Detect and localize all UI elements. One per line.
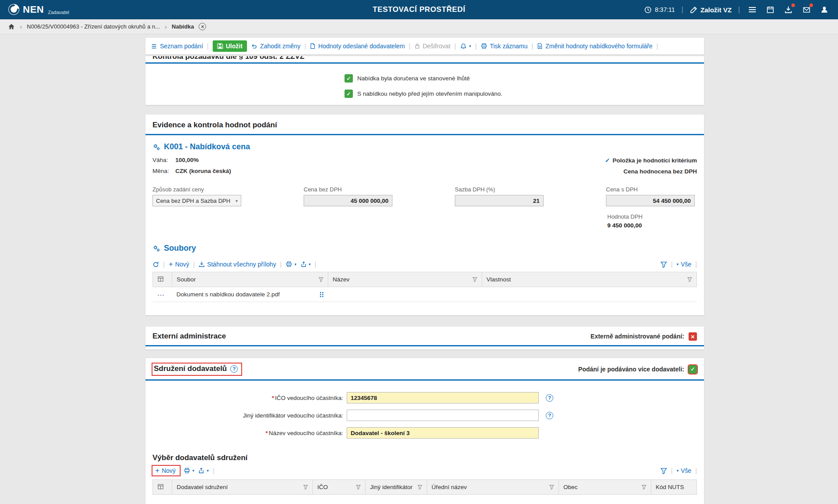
filter-funnel-icon[interactable] bbox=[549, 485, 554, 490]
profile-button[interactable] bbox=[819, 4, 830, 15]
filter-funnel-icon[interactable] bbox=[642, 485, 646, 490]
help-icon[interactable]: ? bbox=[230, 365, 238, 373]
chevron-down-icon: ▾ bbox=[236, 198, 238, 203]
column-header-kod-nuts[interactable]: Kód NUTS bbox=[651, 480, 697, 495]
new-file-button[interactable]: + Nový bbox=[169, 261, 189, 268]
printer-icon bbox=[286, 261, 292, 267]
section-sdruzeni: Sdružení dodavatelů ? Podání je podáváno… bbox=[145, 358, 704, 504]
action-toolbar: Seznam podání | Uložit Zahodit změny | H… bbox=[145, 38, 704, 54]
edit-icon bbox=[690, 6, 697, 14]
download-tray-icon bbox=[784, 6, 792, 14]
export-grid-button[interactable]: ▾ bbox=[198, 468, 209, 474]
chevron-down-icon: ▾ bbox=[207, 468, 209, 473]
filter-funnel-icon[interactable] bbox=[319, 277, 323, 282]
plus-icon: + bbox=[169, 262, 173, 267]
section-title: Externí administrace bbox=[152, 332, 226, 341]
document-icon bbox=[310, 43, 316, 49]
home-icon[interactable] bbox=[8, 23, 15, 30]
print-record-button[interactable]: Tisk záznamu bbox=[481, 43, 528, 50]
ico-input[interactable] bbox=[347, 392, 539, 403]
kriterium-flag: ✓Položka je hodnotící kritérium bbox=[605, 157, 697, 164]
nazev-input[interactable] bbox=[347, 427, 539, 439]
refresh-button[interactable] bbox=[152, 261, 159, 268]
mena-row: Měna: CZK (koruna česká) bbox=[152, 168, 231, 174]
column-header-jiny-identifikator[interactable]: Jiný identifikátor bbox=[366, 480, 427, 495]
column-header-obec[interactable]: Obec bbox=[559, 480, 651, 495]
cena-bez-input[interactable] bbox=[304, 195, 392, 206]
grid-columns-icon bbox=[157, 276, 164, 282]
bell-icon bbox=[460, 43, 467, 50]
filter-funnel-icon[interactable] bbox=[303, 485, 308, 490]
create-vz-button[interactable]: Založit VZ bbox=[690, 6, 732, 14]
save-button[interactable]: Uložit bbox=[213, 40, 247, 52]
column-header-ico[interactable]: IČO bbox=[313, 480, 366, 495]
gears-icon bbox=[152, 245, 160, 252]
change-form-values-button[interactable]: Změnit hodnoty nabídkového formuláře bbox=[537, 43, 653, 50]
download-all-button[interactable]: Stáhnout všechny přílohy bbox=[199, 261, 276, 268]
download-icon bbox=[199, 261, 205, 267]
gears-icon bbox=[152, 143, 160, 151]
section-evidence: Evidence a kontrola hodnot podání K001 -… bbox=[145, 115, 704, 315]
supplier-values-button[interactable]: Hodnoty odeslané dodavatelem bbox=[310, 43, 405, 50]
vyber-title: Výběr dodavatelů sdružení bbox=[152, 454, 697, 462]
column-header-soubor[interactable]: Soubor bbox=[172, 272, 328, 287]
help-icon[interactable]: ? bbox=[546, 394, 553, 402]
sdruzeni-title-highlight: Sdružení dodavatelů ? bbox=[152, 364, 241, 375]
new-supplier-button[interactable]: + Nový bbox=[152, 466, 180, 475]
cena-s-input[interactable] bbox=[606, 195, 695, 206]
filter-funnel-icon[interactable] bbox=[356, 485, 361, 490]
export-grid-button[interactable]: ▾ bbox=[301, 261, 311, 267]
column-settings-header[interactable] bbox=[153, 272, 172, 287]
column-header-vlastnost[interactable]: Vlastnost bbox=[482, 272, 697, 287]
notifications-button[interactable]: ▾ bbox=[460, 43, 472, 50]
hodnota-dph-value: 9 450 000,00 bbox=[607, 222, 697, 229]
drag-handle-icon[interactable] bbox=[319, 292, 324, 298]
clock-icon bbox=[644, 6, 652, 14]
file-name: Dokument s nabídkou dodavatele 2.pdf bbox=[177, 291, 280, 298]
print-grid-button[interactable]: ▾ bbox=[286, 261, 297, 267]
filter-funnel-icon[interactable] bbox=[687, 277, 692, 282]
column-settings-header[interactable] bbox=[153, 480, 172, 495]
nen-logo[interactable]: NEN Zadavatel bbox=[8, 4, 69, 16]
filter-button[interactable] bbox=[660, 261, 667, 268]
section-title-clipped: Kontrola požadavků dle § 109 odst. 2 ZZV… bbox=[152, 56, 697, 62]
collapse-all-button[interactable]: ▾ Vše bbox=[677, 261, 692, 268]
breadcrumb-item-case[interactable]: N006/25/V00004963 - Zřízení datových okr… bbox=[27, 23, 160, 30]
messages-button[interactable] bbox=[801, 4, 812, 15]
downloads-button[interactable] bbox=[783, 4, 794, 15]
zpusob-select[interactable]: Cena bez DPH a Sazba DPH ▾ bbox=[152, 195, 241, 206]
help-icon[interactable]: ? bbox=[546, 412, 553, 419]
breadcrumb-item-current: Nabídka bbox=[172, 23, 194, 30]
vlastnost-cell bbox=[482, 287, 697, 302]
externi-flag-row: Externě administrované podání: × bbox=[591, 332, 697, 341]
collapse-all-button[interactable]: ▾ Vše bbox=[677, 467, 692, 474]
checkbox-unchecked-icon[interactable]: × bbox=[689, 332, 697, 341]
row-menu-icon[interactable] bbox=[157, 294, 164, 296]
section-title: Evidence a kontrola hodnot podání bbox=[145, 115, 704, 134]
column-header-uredni-nazev[interactable]: Úřední název bbox=[427, 480, 559, 495]
chevron-down-icon: ▾ bbox=[677, 468, 679, 473]
hodnota-dph-label: Hodnota DPH bbox=[607, 213, 697, 220]
close-tab-icon[interactable]: × bbox=[199, 23, 206, 30]
logo-text: NEN bbox=[23, 4, 44, 16]
table-row: Dokument s nabídkou dodavatele 2.pdf bbox=[153, 287, 697, 302]
column-header-dodavatel[interactable]: Dodavatel sdružení bbox=[172, 480, 313, 495]
topbar-separator: | bbox=[682, 6, 683, 14]
print-grid-button[interactable]: ▾ bbox=[184, 468, 195, 474]
discard-changes-button[interactable]: Zahodit změny bbox=[251, 43, 301, 50]
filter-funnel-icon[interactable] bbox=[417, 485, 422, 490]
filter-button[interactable] bbox=[660, 468, 667, 474]
plus-icon: + bbox=[155, 468, 160, 473]
sazba-input[interactable] bbox=[455, 195, 544, 206]
column-header-nazev[interactable]: Název bbox=[328, 272, 482, 287]
calendar-button[interactable] bbox=[765, 4, 776, 15]
seznam-podani-button[interactable]: Seznam podání bbox=[151, 43, 203, 50]
filter-funnel-icon[interactable] bbox=[472, 277, 477, 282]
jiny-identifikator-input[interactable] bbox=[347, 410, 539, 421]
section-rule bbox=[145, 134, 704, 135]
check-delivered-row: ✓ Nabídka byla doručena ve stanovené lhů… bbox=[345, 74, 704, 83]
menu-button[interactable] bbox=[747, 4, 758, 15]
empty-state: Žádné záznamy. V tomto seznamu nemáme co… bbox=[152, 495, 697, 504]
checkbox-checked-icon[interactable]: ✓ bbox=[689, 365, 697, 374]
notification-badge bbox=[809, 4, 813, 7]
